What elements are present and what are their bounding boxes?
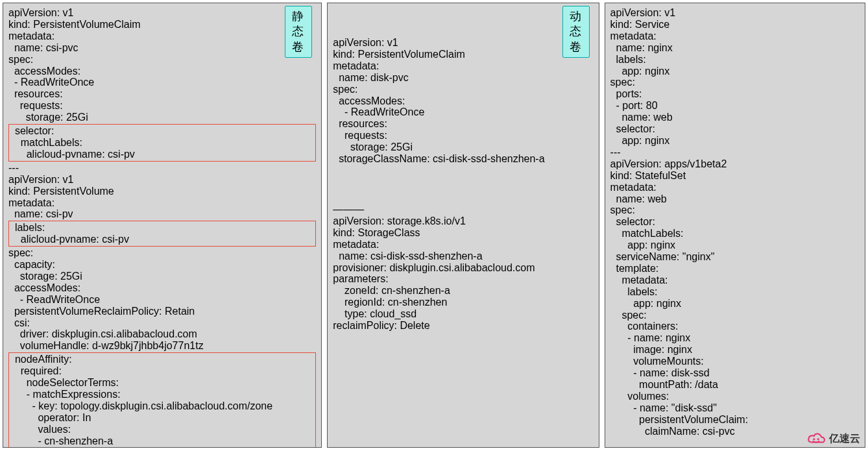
code-line: kind: StatefulSet — [610, 170, 860, 182]
code-line: selector: — [610, 216, 860, 228]
code-line: required: — [9, 365, 315, 377]
code-line: metadata: — [610, 30, 860, 42]
code-line: storage: 25Gi — [333, 141, 593, 153]
yaml-block-1: apiVersion: v1kind: PersistentVolumeClai… — [8, 7, 316, 123]
code-line: template: — [610, 263, 860, 274]
panel-statefulset: apiVersion: v1kind: Servicemetadata: nam… — [605, 3, 865, 448]
code-line: storage: 25Gi — [8, 112, 316, 123]
code-line: name: nginx — [610, 42, 860, 54]
code-line: resources: — [333, 118, 593, 130]
panel-dynamic-volume: 动 态 卷 apiVersion: v1kind: PersistentVolu… — [327, 3, 599, 448]
code-line: kind: Service — [610, 19, 860, 30]
code-line: metadata: — [333, 239, 593, 250]
code-line: name: csi-disk-ssd-shenzhen-a — [333, 250, 593, 262]
code-line: volumes: — [610, 391, 860, 402]
code-line: name: csi-pvc — [8, 42, 316, 54]
code-line: spec: — [8, 247, 316, 259]
code-line: alicloud-pvname: csi-pv — [9, 234, 315, 245]
code-line: app: nginx — [610, 135, 860, 147]
code-line: - ReadWriteOnce — [333, 106, 593, 118]
code-line: app: nginx — [610, 298, 860, 310]
code-line: selector: — [9, 125, 315, 137]
code-line: metadata: — [610, 274, 860, 286]
code-line: parameters: — [333, 273, 593, 285]
code-line: containers: — [610, 321, 860, 332]
code-line: - matchExpressions: — [9, 389, 315, 400]
code-line: - name: "disk-ssd" — [610, 402, 860, 414]
code-line: regionId: cn-shenzhen — [333, 297, 593, 308]
code-line: values: — [9, 424, 315, 435]
code-line: matchLabels: — [610, 228, 860, 239]
code-line: name: web — [610, 193, 860, 205]
code-line: persistentVolumeReclaimPolicy: Retain — [8, 306, 316, 317]
code-line: zoneId: cn-shenzhen-a — [333, 285, 593, 297]
code-line: --- — [8, 162, 316, 174]
code-line: labels: — [610, 286, 860, 298]
code-line: ports: — [610, 88, 860, 100]
code-line: apiVersion: v1 — [610, 7, 860, 19]
code-line: alicloud-pvname: csi-pv — [9, 149, 315, 160]
code-line: name: csi-pv — [8, 208, 316, 220]
badge-static: 静 态 卷 — [285, 6, 312, 58]
code-line: accessModes: — [8, 66, 316, 77]
code-line: kind: StorageClass — [333, 227, 593, 239]
code-line: apiVersion: v1 — [333, 37, 593, 49]
code-line: image: nginx — [610, 344, 860, 356]
code-line: metadata: — [610, 182, 860, 193]
code-line: resources: — [8, 88, 316, 100]
code-line: driver: diskplugin.csi.alibabacloud.com — [8, 328, 316, 340]
code-line: - port: 80 — [610, 100, 860, 112]
code-line: labels: — [9, 222, 315, 234]
code-line: apiVersion: storage.k8s.io/v1 — [333, 215, 593, 227]
code-line: matchLabels: — [9, 137, 315, 149]
code-line: volumeMounts: — [610, 356, 860, 367]
code-line: metadata: — [333, 60, 593, 72]
code-line: nodeSelectorTerms: — [9, 377, 315, 389]
code-line: kind: PersistentVolumeClaim — [333, 49, 593, 60]
code-line: apiVersion: v1 — [8, 174, 316, 186]
code-line: - ReadWriteOnce — [8, 294, 316, 306]
code-line: provisioner: diskplugin.csi.alibabacloud… — [333, 262, 593, 274]
code-line: spec: — [333, 84, 593, 95]
code-line: csi: — [8, 317, 316, 329]
highlight-node-affinity: nodeAffinity: required: nodeSelectorTerm… — [8, 352, 316, 448]
yaml-block-service-sts: apiVersion: v1kind: Servicemetadata: nam… — [610, 7, 860, 437]
separator-dash: ——— — [333, 204, 593, 215]
highlight-labels: labels: alicloud-pvname: csi-pv — [8, 221, 316, 247]
yaml-block-3: spec: capacity: storage: 25Gi accessMode… — [8, 247, 316, 352]
code-line: requests: — [333, 130, 593, 141]
svg-point-1 — [817, 438, 819, 440]
yaml-block-storageclass: apiVersion: storage.k8s.io/v1kind: Stora… — [333, 215, 593, 332]
code-line: spec: — [610, 310, 860, 321]
code-line: type: cloud_ssd — [333, 308, 593, 320]
cloud-icon — [806, 431, 826, 446]
code-line: volumeHandle: d-wz9bkj7jhbb4jo77n1tz — [8, 340, 316, 352]
code-line: mountPath: /data — [610, 379, 860, 391]
code-line: storage: 25Gi — [8, 271, 316, 282]
highlight-selector: selector: matchLabels: alicloud-pvname: … — [8, 124, 316, 162]
code-line: operator: In — [9, 412, 315, 424]
code-line: selector: — [610, 123, 860, 135]
code-line: - key: topology.diskplugin.csi.alibabacl… — [9, 400, 315, 412]
code-line: app: nginx — [610, 239, 860, 251]
code-line: apiVersion: v1 — [8, 7, 316, 19]
code-line: persistentVolumeClaim: — [610, 414, 860, 426]
code-line: metadata: — [8, 197, 316, 209]
code-line: spec: — [610, 77, 860, 88]
code-line: - name: nginx — [610, 332, 860, 344]
code-line: accessModes: — [8, 282, 316, 294]
code-line: accessModes: — [333, 95, 593, 107]
code-line: name: disk-pvc — [333, 72, 593, 84]
panel-static-volume: 静 态 卷 apiVersion: v1kind: PersistentVolu… — [3, 3, 322, 448]
code-line: kind: PersistentVolumeClaim — [8, 19, 316, 30]
logo-yisuyun: 亿速云 — [806, 429, 865, 448]
logo-text: 亿速云 — [829, 432, 860, 446]
code-line: --- — [610, 147, 860, 158]
code-line: spec: — [8, 54, 316, 66]
main-container: 静 态 卷 apiVersion: v1kind: PersistentVolu… — [0, 0, 868, 450]
code-line: metadata: — [8, 30, 316, 42]
code-line: nodeAffinity: — [9, 354, 315, 365]
code-line: labels: — [610, 54, 860, 66]
code-line: reclaimPolicy: Delete — [333, 320, 593, 332]
yaml-block-2: ---apiVersion: v1kind: PersistentVolumem… — [8, 162, 316, 221]
